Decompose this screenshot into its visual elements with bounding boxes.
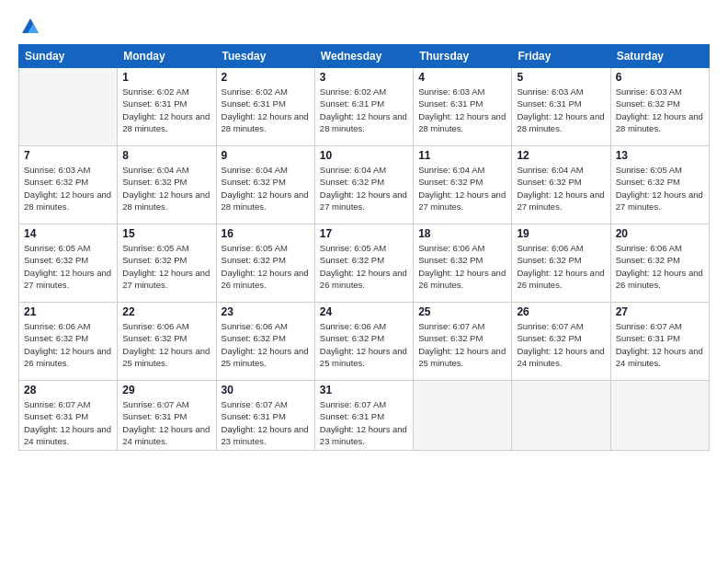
calendar-cell: 8Sunrise: 6:04 AMSunset: 6:32 PMDaylight… <box>118 146 216 224</box>
day-info: Sunrise: 6:03 AMSunset: 6:32 PMDaylight:… <box>24 164 112 213</box>
calendar-cell: 29Sunrise: 6:07 AMSunset: 6:31 PMDayligh… <box>118 381 216 451</box>
day-info: Sunrise: 6:07 AMSunset: 6:31 PMDaylight:… <box>122 398 210 447</box>
calendar-cell: 13Sunrise: 6:05 AMSunset: 6:32 PMDayligh… <box>610 146 709 224</box>
day-info: Sunrise: 6:06 AMSunset: 6:32 PMDaylight:… <box>24 320 112 369</box>
day-number: 2 <box>222 71 310 84</box>
calendar-cell: 30Sunrise: 6:07 AMSunset: 6:31 PMDayligh… <box>216 381 314 451</box>
calendar-cell: 16Sunrise: 6:05 AMSunset: 6:32 PMDayligh… <box>216 224 314 303</box>
day-info: Sunrise: 6:03 AMSunset: 6:31 PMDaylight:… <box>418 86 506 134</box>
day-number: 28 <box>24 384 112 396</box>
calendar-cell: 31Sunrise: 6:07 AMSunset: 6:31 PMDayligh… <box>314 381 413 451</box>
calendar-cell: 9Sunrise: 6:04 AMSunset: 6:32 PMDaylight… <box>216 146 314 224</box>
week-row-3: 14Sunrise: 6:05 AMSunset: 6:32 PMDayligh… <box>19 224 710 303</box>
day-info: Sunrise: 6:06 AMSunset: 6:32 PMDaylight:… <box>320 320 408 369</box>
calendar-cell <box>414 381 512 451</box>
day-info: Sunrise: 6:06 AMSunset: 6:32 PMDaylight:… <box>616 242 704 291</box>
day-info: Sunrise: 6:05 AMSunset: 6:32 PMDaylight:… <box>616 164 704 213</box>
weekday-header-wednesday: Wednesday <box>314 45 413 68</box>
calendar-cell: 24Sunrise: 6:06 AMSunset: 6:32 PMDayligh… <box>314 303 413 381</box>
weekday-header-sunday: Sunday <box>19 45 118 68</box>
calendar-cell: 15Sunrise: 6:05 AMSunset: 6:32 PMDayligh… <box>118 224 216 303</box>
day-number: 11 <box>418 149 506 162</box>
day-info: Sunrise: 6:02 AMSunset: 6:31 PMDaylight:… <box>320 86 408 134</box>
calendar-cell: 23Sunrise: 6:06 AMSunset: 6:32 PMDayligh… <box>216 303 314 381</box>
day-number: 18 <box>418 227 506 240</box>
calendar-cell: 3Sunrise: 6:02 AMSunset: 6:31 PMDaylight… <box>314 68 413 146</box>
day-info: Sunrise: 6:07 AMSunset: 6:31 PMDaylight:… <box>616 320 704 369</box>
weekday-header-tuesday: Tuesday <box>216 45 314 68</box>
day-info: Sunrise: 6:05 AMSunset: 6:32 PMDaylight:… <box>24 242 112 291</box>
calendar-cell: 6Sunrise: 6:03 AMSunset: 6:32 PMDaylight… <box>610 68 709 146</box>
calendar-cell: 22Sunrise: 6:06 AMSunset: 6:32 PMDayligh… <box>118 303 216 381</box>
day-number: 22 <box>122 305 210 318</box>
day-info: Sunrise: 6:04 AMSunset: 6:32 PMDaylight:… <box>418 164 506 213</box>
day-number: 10 <box>320 149 408 162</box>
calendar-header-row: SundayMondayTuesdayWednesdayThursdayFrid… <box>19 45 710 68</box>
weekday-header-saturday: Saturday <box>610 45 709 68</box>
calendar-cell: 1Sunrise: 6:02 AMSunset: 6:31 PMDaylight… <box>118 68 216 146</box>
day-info: Sunrise: 6:07 AMSunset: 6:31 PMDaylight:… <box>320 398 408 447</box>
day-number: 6 <box>616 71 704 84</box>
day-info: Sunrise: 6:02 AMSunset: 6:31 PMDaylight:… <box>222 86 310 134</box>
calendar-cell: 4Sunrise: 6:03 AMSunset: 6:31 PMDaylight… <box>414 68 512 146</box>
calendar-cell: 28Sunrise: 6:07 AMSunset: 6:31 PMDayligh… <box>19 381 118 451</box>
day-number: 3 <box>320 71 408 84</box>
logo <box>18 17 40 37</box>
calendar-cell: 26Sunrise: 6:07 AMSunset: 6:32 PMDayligh… <box>512 303 610 381</box>
calendar-cell: 12Sunrise: 6:04 AMSunset: 6:32 PMDayligh… <box>512 146 610 224</box>
day-number: 16 <box>222 227 310 240</box>
week-row-1: 1Sunrise: 6:02 AMSunset: 6:31 PMDaylight… <box>19 68 710 146</box>
logo-icon <box>20 17 40 37</box>
day-info: Sunrise: 6:06 AMSunset: 6:32 PMDaylight:… <box>517 242 605 291</box>
day-info: Sunrise: 6:05 AMSunset: 6:32 PMDaylight:… <box>222 242 310 291</box>
calendar-cell: 5Sunrise: 6:03 AMSunset: 6:31 PMDaylight… <box>512 68 610 146</box>
week-row-5: 28Sunrise: 6:07 AMSunset: 6:31 PMDayligh… <box>19 381 710 451</box>
day-number: 26 <box>517 305 605 318</box>
calendar-cell: 27Sunrise: 6:07 AMSunset: 6:31 PMDayligh… <box>610 303 709 381</box>
day-info: Sunrise: 6:03 AMSunset: 6:32 PMDaylight:… <box>616 86 704 134</box>
calendar-cell: 17Sunrise: 6:05 AMSunset: 6:32 PMDayligh… <box>314 224 413 303</box>
calendar-cell <box>610 381 709 451</box>
day-number: 23 <box>222 305 310 318</box>
day-info: Sunrise: 6:06 AMSunset: 6:32 PMDaylight:… <box>222 320 310 369</box>
day-info: Sunrise: 6:02 AMSunset: 6:31 PMDaylight:… <box>122 86 210 134</box>
day-number: 14 <box>24 227 112 240</box>
day-number: 30 <box>222 384 310 396</box>
calendar-cell: 21Sunrise: 6:06 AMSunset: 6:32 PMDayligh… <box>19 303 118 381</box>
header <box>18 17 710 37</box>
day-number: 8 <box>122 149 210 162</box>
day-info: Sunrise: 6:07 AMSunset: 6:32 PMDaylight:… <box>517 320 605 369</box>
day-number: 24 <box>320 305 408 318</box>
day-info: Sunrise: 6:07 AMSunset: 6:31 PMDaylight:… <box>222 398 310 447</box>
day-number: 7 <box>24 149 112 162</box>
calendar-cell: 19Sunrise: 6:06 AMSunset: 6:32 PMDayligh… <box>512 224 610 303</box>
day-number: 15 <box>122 227 210 240</box>
day-number: 20 <box>616 227 704 240</box>
day-number: 19 <box>517 227 605 240</box>
day-number: 27 <box>616 305 704 318</box>
day-info: Sunrise: 6:04 AMSunset: 6:32 PMDaylight:… <box>517 164 605 213</box>
day-number: 13 <box>616 149 704 162</box>
week-row-4: 21Sunrise: 6:06 AMSunset: 6:32 PMDayligh… <box>19 303 710 381</box>
day-number: 21 <box>24 305 112 318</box>
week-row-2: 7Sunrise: 6:03 AMSunset: 6:32 PMDaylight… <box>19 146 710 224</box>
day-info: Sunrise: 6:07 AMSunset: 6:31 PMDaylight:… <box>24 398 112 447</box>
day-info: Sunrise: 6:04 AMSunset: 6:32 PMDaylight:… <box>320 164 408 213</box>
weekday-header-thursday: Thursday <box>414 45 512 68</box>
day-number: 17 <box>320 227 408 240</box>
calendar-table: SundayMondayTuesdayWednesdayThursdayFrid… <box>18 44 710 451</box>
page: SundayMondayTuesdayWednesdayThursdayFrid… <box>0 0 728 563</box>
calendar-cell: 25Sunrise: 6:07 AMSunset: 6:32 PMDayligh… <box>414 303 512 381</box>
calendar-cell <box>512 381 610 451</box>
day-info: Sunrise: 6:06 AMSunset: 6:32 PMDaylight:… <box>418 242 506 291</box>
day-number: 5 <box>517 71 605 84</box>
calendar-cell: 2Sunrise: 6:02 AMSunset: 6:31 PMDaylight… <box>216 68 314 146</box>
day-number: 12 <box>517 149 605 162</box>
day-info: Sunrise: 6:04 AMSunset: 6:32 PMDaylight:… <box>222 164 310 213</box>
calendar-cell: 20Sunrise: 6:06 AMSunset: 6:32 PMDayligh… <box>610 224 709 303</box>
day-info: Sunrise: 6:03 AMSunset: 6:31 PMDaylight:… <box>517 86 605 134</box>
day-number: 31 <box>320 384 408 396</box>
day-info: Sunrise: 6:05 AMSunset: 6:32 PMDaylight:… <box>320 242 408 291</box>
calendar-cell: 11Sunrise: 6:04 AMSunset: 6:32 PMDayligh… <box>414 146 512 224</box>
calendar-cell: 14Sunrise: 6:05 AMSunset: 6:32 PMDayligh… <box>19 224 118 303</box>
